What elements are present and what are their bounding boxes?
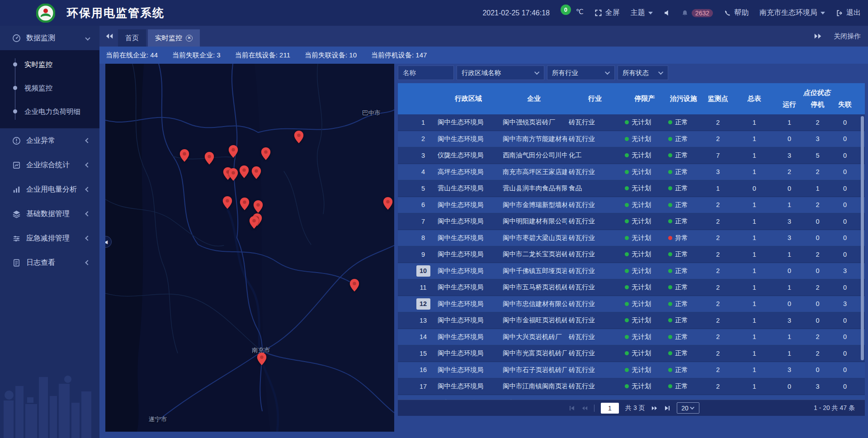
map-pin-icon[interactable] — [383, 197, 393, 210]
cell-points: 2 — [701, 279, 735, 296]
sidebar-item[interactable]: 日志查看 — [0, 250, 99, 275]
map-pin-icon[interactable] — [229, 168, 238, 181]
table-row[interactable]: 9阆中生态环境局阆中市二龙长宝页岩砖砖瓦行业无计划正常21120 — [398, 246, 865, 263]
map-pin-icon[interactable] — [205, 152, 214, 165]
table-row[interactable]: 11阆中生态环境局阆中市五马桥页岩机砖砖瓦行业无计划正常21120 — [398, 279, 865, 296]
cell-facility: 正常 — [666, 312, 701, 329]
cell-region: 阆中生态环境局 — [436, 246, 501, 263]
sidebar-item[interactable]: 应急减排管理 — [0, 226, 99, 250]
cell-company: 阆中千佛镇五郎垭页岩 — [501, 263, 567, 279]
first-page-button[interactable] — [569, 405, 575, 411]
cell-facility: 正常 — [666, 180, 701, 197]
user-menu[interactable]: 南充市生态环境局 — [760, 8, 825, 18]
status-filter-select[interactable]: 所有状态 — [618, 66, 668, 80]
sidebar-subitem[interactable]: 视频监控 — [0, 76, 99, 100]
notification-area[interactable]: 2632 — [681, 9, 713, 17]
cell-running: 3 — [774, 147, 805, 164]
cell-lost: 0 — [830, 230, 860, 246]
name-filter-input[interactable] — [398, 66, 454, 80]
sidebar-subitem-label: 视频监控 — [24, 84, 52, 92]
industry-filter-select[interactable]: 所有行业 — [547, 66, 615, 80]
table-row[interactable]: 10阆中生态环境局阆中千佛镇五郎垭页岩砖瓦行业无计划正常21003 — [398, 263, 865, 280]
region-filter-select[interactable]: 行政区域名称 — [457, 66, 544, 80]
fullscreen-button[interactable]: 全屏 — [594, 8, 620, 18]
table-scrollbar[interactable] — [861, 116, 864, 360]
last-page-button[interactable] — [664, 405, 670, 411]
table-row[interactable]: 18南部生态环境局南部县升钟页岩砖厂砖瓦行业无计划正常21030 — [398, 395, 865, 400]
facility-label: 正常 — [675, 217, 688, 226]
cell-limit: 无计划 — [623, 263, 666, 279]
table-row[interactable]: 6阆中生态环境局阆中市金博瑞新型墙材砖瓦行业无计划正常21120 — [398, 197, 865, 214]
tabs-scroll-left-button[interactable] — [105, 33, 113, 39]
theme-dropdown[interactable]: 主题 — [631, 8, 653, 18]
sidebar-item[interactable]: 企业综合统计 — [0, 153, 99, 177]
page-size-select[interactable]: 20 — [677, 402, 699, 414]
cell-points: 2 — [701, 378, 735, 395]
table-row[interactable]: 8阆中生态环境局阆中市枣碧大梁山页岩砖瓦行业无计划异常21300 — [398, 230, 865, 247]
tab-active[interactable]: 实时监控✕ — [148, 29, 200, 47]
table-row[interactable]: 4高坪生态环境局南充市高坪区王家店建砖瓦行业无计划正常31220 — [398, 164, 865, 181]
status-dot-green — [625, 236, 629, 240]
cell-lost: 0 — [830, 279, 860, 296]
map-pin-icon[interactable] — [261, 147, 271, 160]
table-row[interactable]: 17阆中生态环境局阆中市江南镇阆南页岩砖瓦行业无计划正常21030 — [398, 378, 865, 395]
map-pin-icon[interactable] — [250, 216, 259, 229]
cell-running: 1 — [774, 279, 805, 296]
sidebar-item[interactable]: 企业异常 — [0, 128, 99, 153]
sidebar-item[interactable]: 基础数据管理 — [0, 202, 99, 226]
facility-label: 正常 — [675, 316, 688, 325]
table-row[interactable]: 1阆中生态环境局阆中强锐页岩砖厂砖瓦行业无计划正常21120 — [398, 114, 865, 131]
facility-label: 正常 — [675, 267, 688, 275]
map-pin-icon[interactable] — [294, 131, 304, 143]
table-row[interactable]: 16阆中生态环境局阆中市石子页岩机砖厂砖瓦行业无计划正常21300 — [398, 362, 865, 379]
table-row[interactable]: 7阆中生态环境局阆中明阳建材有限公司砖瓦行业无计划正常21300 — [398, 213, 865, 230]
map-pin-icon[interactable] — [257, 353, 267, 365]
close-icon[interactable]: ✕ — [186, 35, 193, 42]
tab-item[interactable]: 首页 — [118, 29, 146, 47]
table-row[interactable]: 13阆中生态环境局阆中市金福旺页岩机砖砖瓦行业无计划正常21300 — [398, 312, 865, 329]
cell-lost: 0 — [830, 378, 860, 395]
chevron-left-icon — [85, 138, 90, 143]
close-actions-button[interactable]: 关闭操作 — [834, 32, 861, 41]
logout-button[interactable]: 退出 — [836, 8, 861, 18]
help-button[interactable]: 帮助 — [724, 8, 749, 18]
page-number-input[interactable] — [601, 403, 619, 414]
cell-index: 11 — [410, 279, 436, 296]
map-pin-icon[interactable] — [254, 200, 263, 213]
map-pin-icon[interactable] — [252, 166, 261, 179]
tab-label: 首页 — [125, 34, 139, 42]
prev-page-button[interactable] — [581, 405, 588, 411]
cell-region: 阆中生态环境局 — [436, 197, 501, 213]
cell-meters: 1 — [735, 312, 774, 329]
table-row[interactable]: 12阆中生态环境局阆中市忠信建材有限公砖瓦行业无计划正常21003 — [398, 296, 865, 313]
table-row[interactable]: 14阆中生态环境局阆中大兴页岩机砖厂砖瓦行业无计划正常21120 — [398, 329, 865, 346]
table-row[interactable]: 5营山生态环境局营山县润丰肉食品有限食品无计划正常10010 — [398, 180, 865, 197]
bell-icon — [681, 9, 689, 17]
sound-button[interactable] — [664, 9, 670, 16]
prev-page-icon — [581, 405, 588, 411]
sidebar-item[interactable]: 企业用电量分析 — [0, 177, 99, 202]
table-row[interactable]: 2阆中生态环境局阆中市南方节能建材有砖瓦行业无计划正常21030 — [398, 131, 865, 148]
tabs-scroll-right-button[interactable] — [814, 33, 822, 39]
cell-running: 0 — [774, 296, 805, 312]
top-header: 环保用电监管系统 2021-02-25 17:46:18 0 ℃ 全屏 主题 — [0, 0, 868, 26]
map-panel[interactable]: 巴中市南充市遂宁市 ◀ — [105, 64, 394, 432]
map-pin-icon[interactable] — [240, 198, 250, 210]
cell-lost: 0 — [830, 114, 860, 131]
sidebar-subitem[interactable]: 企业电力负荷明细 — [0, 100, 99, 123]
cell-points: 2 — [701, 345, 735, 362]
table-row[interactable]: 15阆中生态环境局阆中市光富页岩机砖厂砖瓦行业无计划正常21120 — [398, 345, 865, 362]
map-pin-icon[interactable] — [223, 196, 232, 209]
next-page-button[interactable] — [651, 405, 658, 411]
map-pin-icon[interactable] — [180, 149, 189, 162]
cell-points: 2 — [701, 296, 735, 312]
sidebar-subitem[interactable]: 实时监控 — [0, 53, 99, 76]
sidebar-item[interactable]: 数据监测 — [0, 26, 99, 50]
map-pin-icon[interactable] — [350, 279, 359, 292]
chevron-left-icon — [85, 211, 90, 216]
map-pin-icon[interactable] — [240, 165, 249, 178]
map-pin-icon[interactable] — [229, 145, 238, 158]
table-row[interactable]: 3仪陇生态环境局西南油气田分公司川中化工无计划正常71350 — [398, 147, 865, 164]
cell-company: 阆中市金福旺页岩机砖 — [501, 312, 567, 329]
limit-label: 无计划 — [632, 234, 651, 242]
